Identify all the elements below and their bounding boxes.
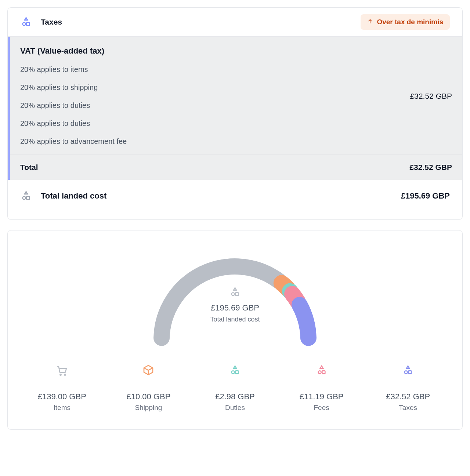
svg-rect-13 xyxy=(409,371,412,374)
svg-point-10 xyxy=(318,371,321,374)
shapes-icon xyxy=(402,363,414,377)
svg-point-12 xyxy=(405,371,408,374)
legend-duties: £2.98 GBP Duties xyxy=(195,363,275,412)
vat-line: 20% applies to duties xyxy=(20,101,127,110)
tlc-value: £195.69 GBP xyxy=(401,191,450,201)
gauge-center: £195.69 GBP Total landed cost xyxy=(143,286,327,323)
legend-shipping: £10.00 GBP Shipping xyxy=(109,363,188,412)
legend-amount: £32.52 GBP xyxy=(386,392,430,401)
svg-point-8 xyxy=(232,371,235,374)
legend-amount: £139.00 GBP xyxy=(38,392,86,401)
svg-rect-11 xyxy=(322,371,325,374)
svg-point-2 xyxy=(23,196,26,199)
vat-line: 20% applies to advancement fee xyxy=(20,137,127,146)
vat-total-value: £32.52 GBP xyxy=(409,163,452,172)
taxes-card: Taxes Over tax de minimis VAT (Value-add… xyxy=(7,7,463,220)
vat-block: VAT (Value-added tax) 20% applies to ite… xyxy=(8,37,462,180)
taxes-header: Taxes Over tax de minimis xyxy=(8,8,462,37)
badge-label: Over tax de minimis xyxy=(377,18,443,26)
svg-rect-5 xyxy=(235,292,238,295)
vat-title: VAT (Value-added tax) xyxy=(20,46,127,56)
gauge-amount: £195.69 GBP xyxy=(211,303,259,313)
vat-total-row: Total £32.52 GBP xyxy=(10,155,462,180)
legend-taxes: £32.52 GBP Taxes xyxy=(368,363,448,412)
shapes-icon xyxy=(20,190,32,202)
legend-amount: £10.00 GBP xyxy=(126,392,170,401)
legend-amount: £2.98 GBP xyxy=(215,392,255,401)
legend-label: Fees xyxy=(314,404,329,412)
taxes-title: Taxes xyxy=(41,18,62,26)
shapes-icon xyxy=(20,16,32,28)
landed-cost-chart-card: £195.69 GBP Total landed cost £139.00 GB… xyxy=(7,230,463,430)
legend-label: Items xyxy=(54,404,70,412)
legend-label: Taxes xyxy=(399,404,417,412)
legend-amount: £11.19 GBP xyxy=(300,392,344,401)
gauge-label: Total landed cost xyxy=(210,316,260,323)
box-icon xyxy=(142,363,154,377)
svg-point-0 xyxy=(23,22,26,25)
svg-rect-9 xyxy=(235,371,238,374)
vat-lines: VAT (Value-added tax) 20% applies to ite… xyxy=(20,46,127,146)
vat-body: VAT (Value-added tax) 20% applies to ite… xyxy=(10,37,462,155)
legend-label: Duties xyxy=(225,404,245,412)
chart-legend: £139.00 GBP Items £10.00 GBP Shipping xyxy=(22,363,448,412)
total-landed-cost-row: Total landed cost £195.69 GBP xyxy=(8,180,462,219)
svg-rect-3 xyxy=(26,196,29,199)
vat-total-label: Total xyxy=(20,163,38,172)
vat-line: 20% applies to duties xyxy=(20,119,127,128)
svg-point-7 xyxy=(64,374,65,375)
over-de-minimis-badge: Over tax de minimis xyxy=(361,14,450,30)
vat-line: 20% applies to items xyxy=(20,65,127,74)
svg-point-6 xyxy=(60,374,61,375)
arrow-up-icon xyxy=(367,18,373,26)
svg-point-4 xyxy=(232,292,235,295)
legend-items: £139.00 GBP Items xyxy=(22,363,102,412)
vat-subtotal: £32.52 GBP xyxy=(410,92,452,101)
legend-fees: £11.19 GBP Fees xyxy=(282,363,361,412)
shapes-icon xyxy=(316,363,328,377)
legend-label: Shipping xyxy=(135,404,162,412)
shapes-icon xyxy=(229,363,241,377)
tlc-label: Total landed cost xyxy=(41,191,106,201)
svg-rect-1 xyxy=(26,22,29,25)
landed-cost-gauge: £195.69 GBP Total landed cost xyxy=(143,248,327,344)
vat-line: 20% applies to shipping xyxy=(20,83,127,92)
cart-icon xyxy=(56,363,68,377)
shapes-icon xyxy=(229,286,241,298)
chart-wrap: £195.69 GBP Total landed cost £139.00 GB… xyxy=(22,248,448,412)
